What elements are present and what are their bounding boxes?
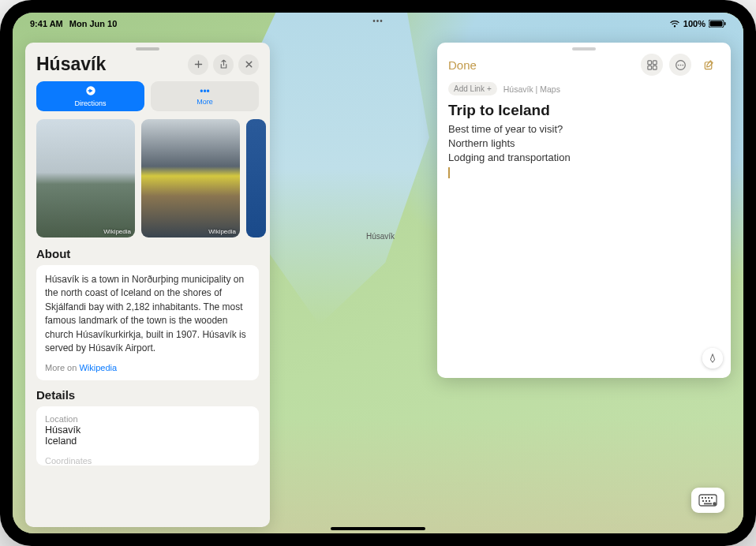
svg-point-9 <box>677 64 679 65</box>
coordinates-label: Coordinates <box>45 456 250 466</box>
more-button[interactable]: ••• More <box>151 81 259 111</box>
more-icon: ••• <box>200 87 210 96</box>
close-icon <box>244 59 254 69</box>
about-box: Húsavík is a town in Norðurþing municipa… <box>36 265 259 380</box>
done-button[interactable]: Done <box>448 58 634 72</box>
svg-rect-2 <box>724 22 726 25</box>
more-on-link[interactable]: More on Wikipedia <box>45 363 250 372</box>
directions-icon <box>85 85 96 98</box>
note-title: Trip to Iceland <box>448 102 720 119</box>
pencil-tip-icon <box>707 353 718 364</box>
compose-icon <box>703 59 715 71</box>
plus-icon <box>193 59 204 69</box>
status-right: 100% <box>669 19 726 28</box>
gallery-icon <box>646 59 658 71</box>
battery-icon <box>709 20 726 28</box>
note-line: Lodging and transportation <box>448 151 720 165</box>
place-photo[interactable]: Wikipedia <box>36 119 135 237</box>
svg-rect-19 <box>705 500 707 502</box>
photo-credit: Wikipedia <box>103 228 131 235</box>
note-editor[interactable]: Trip to Iceland Best time of year to vis… <box>437 100 731 378</box>
status-time: 9:41 AM <box>30 19 63 28</box>
add-button[interactable] <box>188 54 208 75</box>
svg-point-11 <box>682 64 683 65</box>
gallery-button[interactable] <box>641 54 663 76</box>
about-heading: About <box>36 247 259 260</box>
place-photo[interactable]: Wikipedia <box>141 119 240 237</box>
battery-percent: 100% <box>683 19 705 28</box>
about-text: Húsavík is a town in Norðurþing municipa… <box>45 273 250 355</box>
notes-overlay: Done Add Link + Húsavík | Maps <box>437 43 731 378</box>
keyboard-icon <box>698 494 717 507</box>
close-button[interactable] <box>238 54 259 75</box>
directions-button[interactable]: Directions <box>36 81 144 111</box>
map-city-label: Húsavík <box>366 232 395 241</box>
keyboard-button[interactable] <box>691 488 724 513</box>
svg-rect-17 <box>711 497 713 499</box>
share-button[interactable] <box>213 54 234 75</box>
svg-rect-18 <box>702 500 704 502</box>
markup-button[interactable] <box>702 348 723 368</box>
wifi-icon <box>669 20 680 28</box>
text-cursor <box>448 167 450 178</box>
note-line: Best time of year to visit? <box>448 122 720 136</box>
ellipsis-circle-icon <box>675 59 687 71</box>
photo-strip[interactable]: Wikipedia Wikipedia <box>25 119 270 247</box>
maps-place-card: Húsavík Directions <box>25 43 270 527</box>
note-line: Northern lights <box>448 136 720 151</box>
svg-rect-6 <box>647 65 651 69</box>
svg-point-10 <box>679 64 681 65</box>
share-icon <box>219 59 229 69</box>
status-date: Mon Jun 10 <box>69 19 118 28</box>
svg-rect-16 <box>708 497 709 499</box>
more-actions-button[interactable] <box>669 54 691 76</box>
details-box: Location Húsavík Iceland Coordinates <box>36 406 259 466</box>
place-title: Húsavík <box>36 54 183 75</box>
svg-rect-14 <box>702 497 703 499</box>
details-heading: Details <box>36 388 259 402</box>
directions-label: Directions <box>74 99 106 107</box>
multitask-dots-icon[interactable]: ••• <box>372 17 384 25</box>
home-indicator[interactable] <box>331 527 425 530</box>
svg-rect-4 <box>647 60 651 64</box>
svg-rect-15 <box>705 497 706 499</box>
location-value: Húsavík Iceland <box>45 424 250 447</box>
compose-button[interactable] <box>698 54 720 76</box>
breadcrumb[interactable]: Húsavík | Maps <box>503 84 560 94</box>
location-label: Location <box>45 414 250 424</box>
svg-rect-5 <box>653 60 657 64</box>
svg-rect-20 <box>709 500 710 502</box>
photo-credit: Wikipedia <box>208 228 236 235</box>
add-link-button[interactable]: Add Link + <box>448 82 497 95</box>
more-label: More <box>196 98 213 106</box>
plus-icon: + <box>487 84 492 93</box>
place-photo[interactable] <box>246 119 266 237</box>
svg-rect-1 <box>710 21 723 27</box>
svg-rect-7 <box>653 65 657 69</box>
svg-point-22 <box>713 502 716 505</box>
svg-rect-21 <box>704 503 712 505</box>
drag-handle[interactable] <box>136 47 159 50</box>
